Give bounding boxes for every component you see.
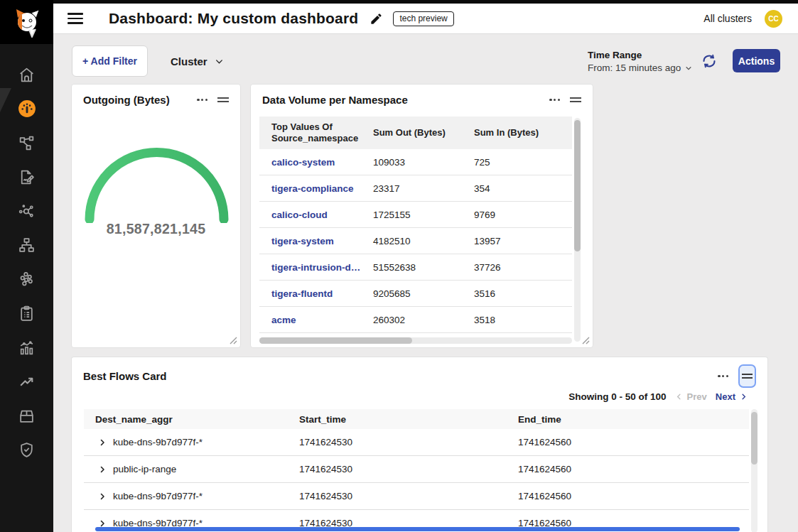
column-header[interactable]: Sum In (Bytes) — [474, 127, 572, 139]
dest-name-value: kube-dns-9b7d977f-* — [113, 437, 203, 447]
expand-row-chevron-icon[interactable] — [98, 519, 107, 528]
cluster-dropdown[interactable]: Cluster — [171, 45, 224, 77]
report-edit-icon[interactable] — [18, 168, 36, 186]
actions-button[interactable]: Actions — [733, 49, 780, 72]
data-volume-table: Top Values Of Source_namespace Sum Out (… — [259, 116, 572, 333]
table-row: kube-dns-9b7d977f-*17416245301741624560 — [84, 429, 749, 456]
expand-row-chevron-icon[interactable] — [98, 492, 107, 501]
table-row: calico-cloud17251559769 — [259, 202, 572, 228]
table-row: kube-dns-9b7d977f-*17416245301741624560 — [84, 483, 749, 510]
sum-out-value: 51552638 — [373, 262, 474, 273]
dashboard-gauge-icon[interactable] — [18, 99, 36, 118]
end-time-value: 1741624560 — [518, 464, 749, 474]
chevron-down-icon — [215, 57, 224, 66]
table-row: tigera-compliance23317354 — [259, 175, 572, 202]
column-header[interactable]: Dest_name_aggr — [84, 414, 299, 425]
add-filter-button[interactable]: + Add Filter — [72, 45, 148, 77]
column-header[interactable]: Top Values Of Source_namespace — [259, 121, 373, 145]
sum-out-value: 109033 — [373, 157, 474, 168]
topology-icon[interactable] — [18, 134, 36, 152]
all-clusters-selector[interactable]: All clusters — [703, 13, 752, 24]
expand-row-chevron-icon[interactable] — [98, 465, 107, 474]
avatar[interactable]: CC — [765, 10, 782, 28]
namespace-link[interactable]: calico-system — [259, 157, 373, 168]
namespace-link[interactable]: tigera-system — [259, 236, 373, 246]
best-flows-table-body: kube-dns-9b7d977f-*17416245301741624560p… — [84, 429, 749, 532]
edit-pencil-icon[interactable] — [370, 12, 383, 26]
resize-grip-icon[interactable] — [230, 337, 237, 344]
next-button[interactable]: Next — [716, 391, 748, 402]
sum-in-value: 13957 — [474, 236, 572, 246]
table-row: tigera-intrusion-d…5155263837726 — [259, 254, 572, 281]
bar-chart-icon[interactable] — [18, 338, 36, 357]
table-header-row: Dest_name_aggr Start_time End_time — [84, 409, 749, 429]
dest-name-cell: public-ip-range — [84, 464, 299, 474]
start-time-value: 1741624530 — [299, 464, 518, 474]
card-title: Best Flows Card — [83, 370, 167, 382]
namespace-link[interactable]: tigera-fluentd — [259, 288, 373, 299]
pagination: Showing 0 - 50 of 100 Prev Next — [568, 391, 748, 402]
card-drag-handle-icon[interactable] — [217, 95, 229, 105]
sum-out-value: 1725155 — [373, 210, 474, 220]
table-row: tigera-fluentd92056853516 — [259, 281, 572, 307]
node-cluster-icon[interactable] — [18, 270, 36, 288]
org-chart-icon[interactable] — [18, 236, 36, 254]
sum-in-value: 9769 — [474, 210, 572, 220]
column-header[interactable]: End_time — [518, 414, 749, 425]
sum-in-value: 725 — [474, 157, 572, 168]
prev-button[interactable]: Prev — [675, 391, 707, 402]
home-icon[interactable] — [18, 65, 36, 84]
refresh-icon[interactable] — [701, 53, 718, 70]
best-flows-table: Dest_name_aggr Start_time End_time kube-… — [84, 409, 749, 532]
card-drag-handle-icon[interactable] — [570, 95, 581, 105]
resize-grip-icon[interactable] — [582, 337, 590, 344]
namespace-link[interactable]: calico-cloud — [259, 210, 373, 220]
card-menu-icon[interactable] — [197, 96, 207, 104]
vertical-scrollbar[interactable] — [574, 118, 581, 342]
column-header[interactable]: Start_time — [299, 414, 518, 425]
data-volume-table-body: calico-system109033725tigera-compliance2… — [259, 149, 572, 333]
time-range-label: Time Range — [588, 50, 692, 60]
namespace-link[interactable]: tigera-intrusion-d… — [259, 262, 373, 273]
trend-arrow-icon[interactable] — [18, 372, 36, 391]
card-title: Outgoing (Bytes) — [83, 94, 170, 106]
namespace-link[interactable]: acme — [259, 315, 373, 325]
expand-row-chevron-icon[interactable] — [98, 438, 107, 447]
dest-name-value: kube-dns-9b7d977f-* — [113, 491, 203, 501]
table-row: tigera-system418251013957 — [259, 228, 572, 254]
end-time-value: 1741624560 — [518, 491, 749, 501]
molecule-icon[interactable] — [18, 202, 36, 220]
sum-in-value: 37726 — [474, 262, 572, 273]
table-row: acme2603023518 — [259, 307, 572, 333]
vertical-scrollbar[interactable] — [751, 409, 757, 532]
column-header[interactable]: Sum Out (Bytes) — [373, 127, 474, 139]
tech-preview-badge: tech preview — [393, 11, 453, 26]
chevron-down-icon — [685, 65, 692, 72]
sidebar-nav — [0, 65, 53, 459]
sidebar — [0, 0, 53, 532]
dest-name-cell: kube-dns-9b7d977f-* — [84, 491, 299, 501]
start-time-value: 1741624530 — [299, 491, 518, 501]
shield-check-icon[interactable] — [18, 440, 36, 459]
start-time-value: 1741624530 — [299, 437, 518, 447]
dest-name-cell: kube-dns-9b7d977f-* — [84, 437, 299, 447]
end-time-value: 1741624560 — [518, 437, 749, 447]
horizontal-scrollbar-blue[interactable] — [95, 527, 740, 531]
hamburger-menu-icon[interactable] — [68, 13, 83, 24]
table-header-row: Top Values Of Source_namespace Sum Out (… — [259, 116, 572, 149]
namespace-link[interactable]: tigera-compliance — [259, 183, 373, 194]
package-box-icon[interactable] — [18, 406, 36, 425]
page-title: Dashboard: My custom dashboard — [109, 10, 358, 27]
card-menu-icon[interactable] — [549, 96, 560, 104]
dest-name-value: public-ip-range — [113, 464, 176, 474]
calico-logo[interactable] — [0, 0, 53, 44]
sum-out-value: 23317 — [373, 183, 474, 194]
card-drag-handle-focused[interactable] — [738, 364, 756, 388]
card-menu-icon[interactable] — [718, 372, 728, 380]
clipboard-icon[interactable] — [18, 304, 36, 322]
time-range-value[interactable]: From: 15 minutes ago — [588, 63, 692, 73]
sum-out-value: 4182510 — [373, 236, 474, 246]
table-row: public-ip-range17416245301741624560 — [84, 456, 749, 483]
card-title: Data Volume per Namespace — [262, 94, 408, 106]
horizontal-scrollbar[interactable] — [259, 337, 572, 344]
